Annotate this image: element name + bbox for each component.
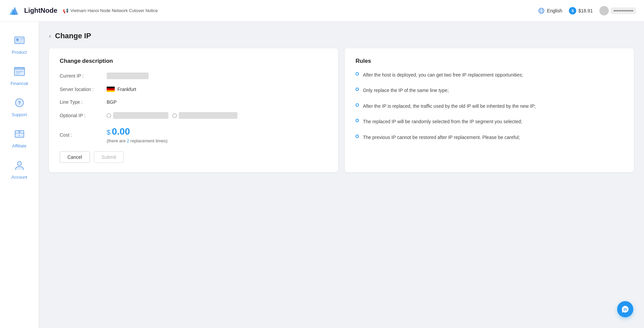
change-description-card: Change description Current IP : ████████… (49, 48, 338, 172)
logo[interactable]: LightNode (8, 4, 57, 17)
sidebar-item-product[interactable]: Product (0, 28, 39, 59)
optional-ip-2-value: ████████████████ (179, 112, 237, 119)
sidebar-item-product-label: Product (12, 50, 27, 55)
svg-rect-14 (16, 71, 23, 72)
rules-card: Rules After the host is deployed, you ca… (345, 48, 634, 172)
sidebar-item-support[interactable]: ? Support (0, 91, 39, 122)
optional-ip-option-1[interactable]: ███████████████ (107, 112, 168, 119)
server-location-row: Server location : Frankfurt (60, 87, 327, 92)
cost-row: Cost : $ 0.00 (there are 2 replacement t… (60, 126, 327, 143)
cost-amount: $ 0.00 (107, 126, 167, 137)
rule-text-1: Only replace the IP of the same line typ… (363, 87, 449, 94)
form-title: Change description (60, 58, 327, 64)
cost-note: (there are 2 replacement times) (107, 138, 167, 143)
product-icon (12, 33, 27, 48)
user-menu[interactable]: •••••••••••• (599, 6, 636, 15)
layout: Product Financial ? Suppor (0, 0, 644, 328)
rule-item-1: Only replace the IP of the same line typ… (356, 87, 623, 94)
svg-rect-8 (16, 38, 19, 41)
rule-text-3: The replaced IP will be randomly selecte… (363, 118, 522, 125)
rule-item-3: The replaced IP will be randomly selecte… (356, 118, 623, 125)
svg-text:?: ? (18, 100, 21, 105)
cost-note-prefix: (there are (107, 138, 127, 143)
rule-text-4: The previous IP cannot be restored after… (363, 134, 520, 141)
language-selector[interactable]: English (538, 7, 562, 14)
chat-button[interactable] (617, 301, 633, 317)
rules-title: Rules (356, 58, 623, 64)
sidebar-item-account[interactable]: Account (0, 153, 39, 184)
balance-value: $18.91 (578, 8, 593, 13)
account-icon (12, 158, 27, 173)
balance-icon: $ (569, 7, 576, 14)
cost-label: Cost : (60, 132, 107, 138)
rule-text-0: After the host is deployed, you can get … (363, 71, 523, 79)
svg-rect-15 (16, 73, 21, 73)
notice-icon: 📢 (63, 8, 68, 13)
support-icon: ? (12, 95, 27, 110)
current-ip-label: Current IP : (60, 73, 107, 79)
affiliate-icon: + (12, 127, 27, 141)
header: LightNode 📢 Vietnam Hanoi Node Network C… (0, 0, 644, 21)
optional-ip-option-2[interactable]: ████████████████ (172, 112, 237, 119)
rule-dot-3 (356, 119, 359, 122)
svg-rect-16 (16, 74, 19, 75)
sidebar-item-support-label: Support (12, 112, 27, 117)
svg-rect-13 (14, 67, 24, 70)
line-type-value: BGP (107, 99, 117, 105)
content-grid: Change description Current IP : ████████… (49, 48, 634, 172)
sidebar-item-financial-label: Financial (10, 81, 28, 86)
rule-dot-1 (356, 88, 359, 91)
notice-bar: 📢 Vietnam Hanoi Node Network Cutover Not… (63, 8, 158, 13)
language-label: English (547, 8, 562, 13)
user-name: •••••••••••• (611, 7, 636, 14)
svg-text:+: + (18, 134, 20, 137)
header-left: LightNode 📢 Vietnam Hanoi Node Network C… (8, 4, 158, 17)
cancel-button[interactable]: Cancel (60, 151, 90, 163)
rule-text-2: After the IP is replaced, the traffic us… (363, 102, 536, 110)
sidebar-item-affiliate[interactable]: + Affiliate (0, 122, 39, 153)
logo-text: LightNode (24, 7, 57, 14)
svg-rect-9 (20, 38, 23, 39)
current-ip-blurred: ███████████ (107, 73, 149, 79)
form-buttons: Cancel Submit (60, 151, 327, 163)
line-type-row: Line Type : BGP (60, 99, 327, 105)
server-location-label: Server location : (60, 87, 107, 92)
germany-flag (107, 87, 115, 92)
balance-display: $ $18.91 (569, 7, 593, 14)
svg-rect-10 (20, 40, 22, 40)
svg-point-22 (18, 131, 20, 133)
cost-value: 0.00 (112, 126, 130, 137)
globe-icon (538, 7, 545, 14)
optional-ip-row: Optional IP : ███████████████ ██████████… (60, 112, 327, 119)
current-ip-value: ███████████ (107, 73, 149, 79)
rule-dot-2 (356, 103, 359, 107)
optional-ip-radio-1[interactable] (107, 113, 111, 118)
sidebar-item-account-label: Account (11, 175, 27, 180)
financial-icon (12, 64, 27, 79)
page-header: ‹ Change IP (49, 32, 634, 40)
svg-point-23 (17, 161, 21, 166)
user-avatar (599, 6, 609, 15)
header-right: English $ $18.91 •••••••••••• (538, 6, 636, 15)
sidebar-item-financial[interactable]: Financial (0, 59, 39, 91)
rule-item-2: After the IP is replaced, the traffic us… (356, 102, 623, 110)
chat-icon (621, 305, 629, 313)
page-title: Change IP (55, 32, 91, 40)
sidebar-item-affiliate-label: Affiliate (12, 143, 26, 148)
rule-dot-0 (356, 72, 359, 76)
current-ip-row: Current IP : ███████████ (60, 73, 327, 79)
optional-ip-label: Optional IP : (60, 113, 107, 118)
cost-note-suffix: replacement times) (129, 138, 167, 143)
rule-dot-4 (356, 135, 359, 138)
sidebar: Product Financial ? Suppor (0, 21, 39, 328)
optional-ip-options: ███████████████ ████████████████ (107, 112, 237, 119)
server-location-value: Frankfurt (107, 87, 136, 92)
back-button[interactable]: ‹ (49, 33, 51, 40)
optional-ip-radio-2[interactable] (172, 113, 177, 118)
cost-dollar: $ (107, 129, 110, 136)
line-type-label: Line Type : (60, 99, 107, 105)
rule-item-4: The previous IP cannot be restored after… (356, 134, 623, 141)
submit-button[interactable]: Submit (94, 151, 124, 163)
optional-ip-1-value: ███████████████ (113, 112, 168, 119)
logo-icon (8, 4, 21, 17)
